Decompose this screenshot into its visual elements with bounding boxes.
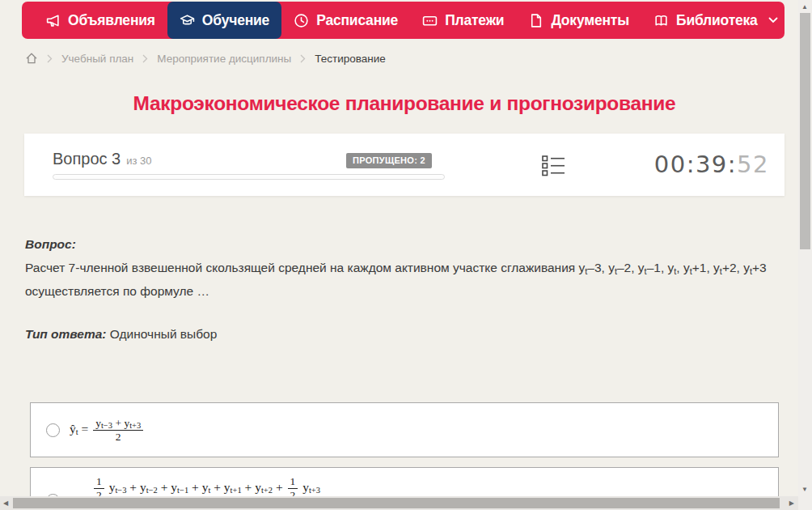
book-icon (653, 13, 669, 28)
horizontal-scrollbar[interactable]: ◀ ▶ (0, 496, 798, 510)
document-icon (528, 13, 543, 28)
nav-item-learning[interactable]: Обучение (167, 2, 281, 39)
question-panel: Вопрос 3из 30 ПРОПУЩЕНО: 2 00:39:52 (24, 134, 785, 196)
clock-icon (294, 13, 309, 28)
scroll-right-arrow-icon[interactable]: ▶ (789, 500, 794, 507)
nav-item-label: Документы (551, 12, 629, 29)
megaphone-icon (45, 13, 61, 28)
nav-item-label: Библиотека (676, 12, 758, 29)
skipped-badge: ПРОПУЩЕНО: 2 (346, 153, 432, 168)
nav-item-label: Объявления (68, 12, 155, 29)
graduation-cap-icon (180, 13, 195, 28)
breadcrumb-item[interactable]: Учебный план (61, 53, 133, 65)
nav-item-label: Платежи (445, 12, 504, 29)
horizontal-scrollbar-thumb[interactable] (13, 498, 780, 508)
question-number: Вопрос 3из 30 (53, 150, 152, 168)
nav-item-announcements[interactable]: Объявления (33, 2, 167, 39)
scroll-up-arrow-icon[interactable]: ▲ (801, 4, 808, 11)
question-count: из 30 (126, 155, 151, 167)
question-number-label: Вопрос 3 (53, 150, 121, 168)
scroll-left-arrow-icon[interactable]: ◀ (3, 500, 8, 507)
chevron-right-icon (47, 54, 53, 63)
vertical-scrollbar[interactable]: ▲ ▼ (798, 0, 812, 496)
question-text: Расчет 7-членной взвешенной скользящей с… (25, 256, 781, 303)
breadcrumb-item[interactable]: Мероприятие дисциплины (157, 53, 291, 65)
answer-formula: ŷt = yt−3 + yt+32 (70, 417, 145, 443)
nav-item-schedule[interactable]: Расписание (281, 2, 410, 39)
progress-bar (53, 174, 445, 180)
question-prompt-label: Вопрос: (25, 232, 781, 256)
answer-option-1[interactable]: ŷt = yt−3 + yt+32 (30, 402, 779, 457)
vertical-scrollbar-thumb[interactable] (800, 13, 810, 249)
question-list-button[interactable] (542, 155, 566, 180)
payment-card-icon (422, 13, 438, 28)
question-list-icon (542, 155, 566, 176)
nav-item-documents[interactable]: Документы (516, 2, 641, 39)
answer-type-label: Тип ответа: (25, 327, 107, 341)
timer-seconds: 52 (737, 151, 769, 178)
breadcrumb-item-current: Тестирование (315, 53, 386, 65)
page-title: Макроэкономическое планирование и прогно… (24, 92, 785, 115)
radio-button[interactable] (46, 423, 60, 437)
nav-item-library[interactable]: Библиотека (641, 2, 790, 39)
timer-main: 00:39: (654, 151, 737, 178)
main-nav: Объявления Обучение Расписание Платежи Д… (22, 2, 785, 39)
home-icon[interactable] (25, 52, 38, 65)
scrollbar-corner (798, 496, 812, 510)
chevron-right-icon (300, 54, 306, 63)
nav-item-label: Обучение (202, 12, 269, 29)
chevron-right-icon (142, 54, 148, 63)
nav-item-label: Расписание (316, 12, 398, 29)
timer: 00:39:52 (654, 151, 769, 178)
chevron-down-icon (768, 17, 778, 23)
question-block: Вопрос: Расчет 7-членной взвешенной скол… (25, 232, 781, 303)
nav-item-payments[interactable]: Платежи (410, 2, 516, 39)
answer-type: Тип ответа: Одиночный выбор (25, 327, 217, 342)
scroll-down-arrow-icon[interactable]: ▼ (801, 487, 808, 493)
breadcrumb: Учебный план Мероприятие дисциплины Тест… (25, 50, 386, 66)
answer-type-value: Одиночный выбор (110, 327, 218, 341)
